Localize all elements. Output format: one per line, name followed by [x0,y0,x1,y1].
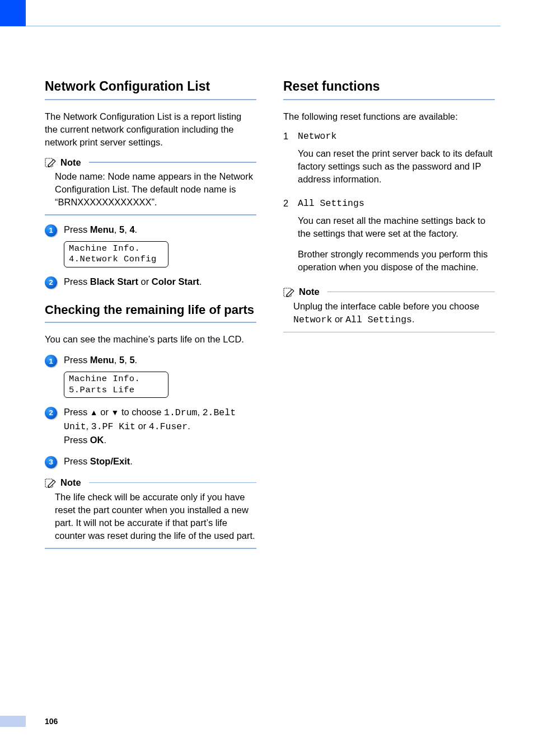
t: or [135,421,149,431]
step-badge-1: 1 [45,224,57,237]
blue-corner-tab [0,0,26,26]
step-badge-3: 3 [45,456,57,468]
page-footer-tab [0,716,26,727]
t: Press [64,224,90,234]
t: Press [64,407,90,417]
t: Black Start [90,276,138,287]
t: Press [64,435,90,445]
note-body: The life check will be accurate only if … [45,491,256,542]
note-label: Note [299,287,320,297]
t: OK [90,435,104,445]
list-item: 1 Network You can reset the print server… [283,131,495,194]
t: Press [64,276,90,287]
t: 4.Fuser [149,421,188,432]
page-number: 106 [45,717,58,726]
t: 5 [119,355,124,365]
lcd-display: Machine Info. 5.Parts Life [64,372,168,398]
page-content: Network Configuration List The Network C… [45,78,495,557]
t: Press [64,355,90,365]
t: . [104,435,107,445]
note-pencil-icon [45,157,57,168]
t: 3.PF Kit [91,421,135,432]
lcd-line: Machine Info. [69,374,163,384]
t: Menu [90,224,114,234]
section-title-reset: Reset functions [283,78,495,95]
list-number: 1 [283,131,291,194]
intro-parts-life: You can see the machine’s parts life on … [45,333,256,346]
section-title-parts-life: Checking the remaining life of parts [45,302,256,318]
note-header: Note [45,157,256,168]
intro-network-config: The Network Configuration List is a repo… [45,110,256,149]
t: Stop/Exit [90,456,130,466]
list-number: 2 [283,198,291,281]
note-body: Node name: Node name appears in the Netw… [45,170,256,209]
note-block: Note Node name: Node name appears in the… [45,157,256,215]
t: All Settings [345,314,412,325]
intro-reset: The following reset functions are availa… [283,110,495,123]
t: . [412,314,415,324]
down-arrow-icon: ▼ [111,408,119,417]
t: , [124,355,129,365]
step-text: Press Menu, 5, 5. [64,354,256,367]
note-body: Unplug the interface cable before you ch… [283,300,495,326]
lcd-line: Machine Info. [69,243,163,254]
list-title: All Settings [298,198,495,209]
top-horizontal-rule [26,26,500,26]
lcd-display: Machine Info. 4.Network Config [64,241,168,267]
t: , [86,421,91,431]
note-header-line [327,292,495,293]
up-arrow-icon: ▲ [90,408,98,417]
note-footer-line [45,214,256,215]
note-header: Note [45,477,256,489]
t: Unplug the interface cable before you ch… [293,301,479,311]
title-rule [45,99,256,100]
lcd-line: 4.Network Config [69,254,163,265]
section-title-network-config: Network Configuration List [45,78,256,95]
step-2: 2 Press Black Start or Color Start. [45,275,256,289]
list-body: All Settings You can reset all the machi… [298,198,495,281]
step-1: 1 Press Menu, 5, 5. [45,354,256,367]
t: or [138,276,152,287]
t: , [114,355,119,365]
t: . [199,276,202,287]
t: 4 [129,224,134,234]
note-pencil-icon [45,477,57,489]
t: . [188,421,190,431]
right-column: Reset functions The following reset func… [283,78,495,557]
note-header-line [89,162,256,163]
t: Press [64,456,90,466]
list-title: Network [298,131,495,142]
t: to choose [119,407,164,417]
note-header: Note [283,287,495,298]
list-para: You can reset all the machine settings b… [298,214,495,240]
note-block: Note Unplug the interface cable before y… [283,287,495,333]
list-body: Network You can reset the print server b… [298,131,495,194]
step-badge-1: 1 [45,355,57,367]
title-rule [283,99,495,100]
note-footer-line [283,332,495,333]
t: Menu [90,355,114,365]
lcd-line: 5.Parts Life [69,385,163,396]
step-badge-2: 2 [45,276,57,289]
t: . [130,456,133,466]
step-2: 2 Press ▲ or ▼ to choose 1.Drum, 2.Belt … [45,406,256,447]
t: 5 [129,355,134,365]
t: . [135,224,138,234]
step-text: Press Menu, 5, 4. [64,223,256,237]
t: 5 [119,224,124,234]
left-column: Network Configuration List The Network C… [45,78,256,557]
note-header-line [89,482,256,483]
t: or [98,407,111,417]
step-text: Press Stop/Exit. [64,455,256,468]
reset-function-list: 1 Network You can reset the print server… [283,131,495,282]
note-label: Note [60,477,81,488]
step-1: 1 Press Menu, 5, 4. [45,223,256,237]
step-text: Press ▲ or ▼ to choose 1.Drum, 2.Belt Un… [64,406,256,447]
title-rule [45,322,256,323]
t: Network [293,314,332,325]
list-para: Brother strongly recommends you perform … [298,248,495,274]
t: Color Start [152,276,199,287]
note-pencil-icon [283,287,296,298]
t: , [124,224,129,234]
note-footer-line [45,548,256,549]
